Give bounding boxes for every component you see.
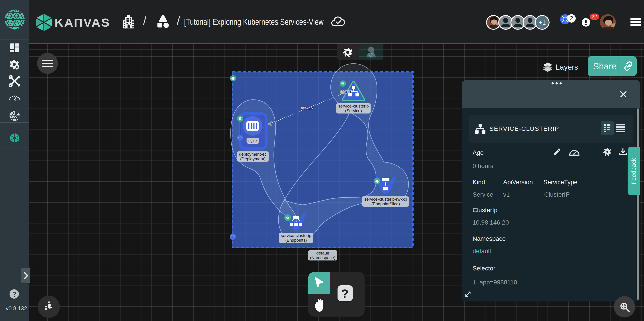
svg-text:+1: +1 xyxy=(539,19,546,26)
svg-text:22: 22 xyxy=(592,14,597,19)
svg-text:2: 2 xyxy=(570,15,573,22)
